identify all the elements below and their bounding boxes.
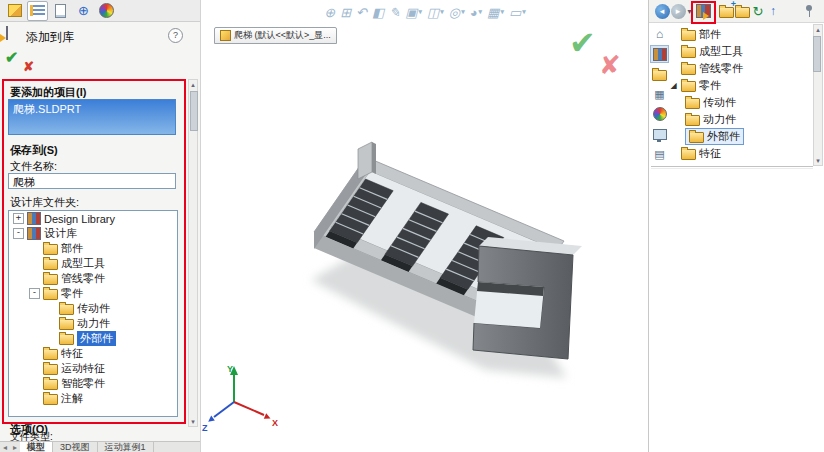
section-view-icon[interactable]: ◧ (372, 5, 384, 20)
add-to-library-button[interactable] (695, 3, 711, 19)
tree-item-dongli[interactable]: 动力件 (9, 316, 177, 331)
display-style-icon[interactable]: ◫▾ (427, 5, 444, 20)
file-explorer-tab[interactable] (650, 65, 669, 83)
monitor-icon (653, 129, 667, 140)
previous-view-icon[interactable]: ↶ (356, 5, 367, 20)
task-pane-tab-strip: ⌂ ▦ ▤ (650, 25, 667, 165)
zoom-area-icon[interactable]: ⊞ (340, 5, 351, 20)
tree-item-shejiku[interactable]: - 设计库 (9, 226, 177, 241)
folder-icon (43, 364, 58, 375)
scroll-down-icon[interactable]: ▾ (816, 156, 820, 165)
up-one-level-button[interactable]: ↑ (765, 3, 781, 19)
tree-item-chengxing[interactable]: 成型工具 (9, 256, 177, 271)
orientation-triad: Y X Z (202, 364, 278, 433)
scroll-down-icon[interactable]: ▾ (191, 417, 195, 426)
configurationmanager-tab[interactable] (50, 1, 71, 21)
tree-item-guanxian[interactable]: 管线零件 (9, 271, 177, 286)
collapse-toggle[interactable]: - (13, 228, 24, 239)
add-file-location-button[interactable]: + (718, 3, 734, 19)
featuremanager-tab[interactable] (4, 1, 25, 21)
add-to-library-icon (696, 4, 711, 18)
graphics-viewport[interactable]: ⊕ ⊞ ↶ ◧ ✎ ▣▾ ◫▾ ◎▾ ◕▾ ▦▾ ▭▾ 爬梯 (默认<<默认>_… (200, 0, 649, 452)
pin-icon (805, 5, 813, 17)
appearances-scenes-tab[interactable] (650, 105, 669, 123)
folder-icon (59, 319, 74, 330)
scroll-thumb[interactable] (813, 36, 821, 72)
ok-button[interactable]: ✔ (5, 48, 18, 67)
folders-label: 设计库文件夹: (10, 195, 79, 210)
triad-z-label: Z (202, 423, 208, 433)
refresh-button[interactable]: ↻ (750, 3, 766, 19)
hide-show-items-icon[interactable]: ◎▾ (449, 5, 465, 20)
help-icon[interactable]: ? (168, 28, 183, 43)
view-orientation-icon[interactable]: ▣▾ (405, 5, 422, 20)
displaymanager-tab[interactable] (96, 1, 117, 21)
tab-motion-study[interactable]: 运动算例1 (98, 442, 154, 452)
expanded-arrow-icon[interactable]: ◢ (669, 81, 678, 90)
manager-tab-bar: ⊕ (0, 0, 200, 22)
scroll-thumb[interactable] (190, 91, 198, 131)
items-to-add-listbox[interactable]: 爬梯.SLDPRT (8, 99, 176, 135)
create-new-folder-button[interactable] (734, 3, 750, 19)
file-explorer-icon (652, 70, 667, 81)
edit-appearance-icon[interactable]: ◕▾ (470, 5, 482, 20)
model-3d[interactable]: Y X Z (201, 22, 649, 452)
built-in-libraries-tab[interactable]: ▤ (650, 145, 669, 163)
triad-x-label: X (272, 418, 278, 428)
tab-3d-views[interactable]: 3D视图 (53, 442, 98, 452)
tab-scroll-left-icon[interactable]: ◂ (0, 443, 10, 452)
zoom-fit-icon[interactable]: ⊕ (324, 5, 335, 20)
tp-item-chuandong[interactable]: 传动件 (669, 94, 811, 111)
tp-item-guanxian[interactable]: 管线零件 (669, 60, 811, 77)
tp-item-chengxing[interactable]: 成型工具 (669, 43, 811, 60)
list-item[interactable]: 爬梯.SLDPRT (9, 100, 175, 119)
scroll-up-icon[interactable]: ▴ (816, 25, 820, 34)
tp-item-tezheng[interactable]: 特征 (669, 145, 811, 162)
viewport-cancel-button[interactable]: ✘ (599, 50, 621, 81)
cancel-button[interactable]: ✘ (23, 59, 34, 74)
library-icon (27, 212, 41, 225)
scroll-up-icon[interactable]: ▴ (191, 80, 195, 89)
filename-input[interactable]: 爬梯 (8, 173, 176, 189)
tp-item-dongli[interactable]: 动力件 (669, 111, 811, 128)
propertymanager-tab[interactable] (27, 1, 48, 21)
tree-item-zhineng[interactable]: 智能零件 (9, 376, 177, 391)
view-palette-tab[interactable]: ▦ (650, 85, 669, 103)
view-settings-icon[interactable]: ▭▾ (509, 5, 526, 20)
folder-icon (685, 115, 700, 126)
tree-item-waibu-selected[interactable]: 外部件 (9, 331, 177, 346)
apply-scene-icon[interactable]: ▦▾ (487, 5, 504, 20)
tree-item-yundong[interactable]: 运动特征 (9, 361, 177, 376)
tp-item-waibu-selected[interactable]: 外部件 (669, 128, 811, 145)
selected-folder[interactable]: 外部件 (685, 128, 744, 145)
propertymanager-icon (30, 5, 45, 16)
panel-scrollbar[interactable]: ▴ ▾ (188, 79, 198, 427)
dimxpertmanager-tab[interactable]: ⊕ (73, 1, 94, 21)
tab-model[interactable]: 模型 (20, 442, 53, 452)
pane-splitter[interactable] (651, 166, 813, 167)
solidworks-resources-tab[interactable]: ⌂ (650, 25, 669, 43)
expand-toggle[interactable]: + (13, 213, 24, 224)
viewport-ok-button[interactable]: ✔ (569, 24, 596, 62)
tree-item-lingjian[interactable]: - 零件 (9, 286, 177, 301)
tab-scroll-right-icon[interactable]: ▸ (10, 443, 20, 452)
design-library-tab[interactable] (650, 45, 669, 63)
tree-item-tezheng[interactable]: 特征 (9, 346, 177, 361)
grid-icon: ▤ (654, 148, 664, 161)
task-pane-tree: 部件 成型工具 管线零件 ◢ 零件 传动件 (669, 26, 811, 162)
back-button[interactable]: ◂ (654, 3, 670, 19)
collapse-toggle[interactable]: - (29, 288, 40, 299)
tree-item-design-library[interactable]: + Design Library (9, 211, 177, 226)
annotation-icon[interactable]: ✎ (389, 5, 400, 20)
tp-item-bujian[interactable]: 部件 (669, 26, 811, 43)
pin-button[interactable] (801, 3, 817, 19)
tree-item-chuandong[interactable]: 传动件 (9, 301, 177, 316)
history-dropdown-icon[interactable]: ▾ (685, 3, 694, 19)
forward-button[interactable]: ▸ (670, 3, 686, 19)
custom-properties-tab[interactable] (650, 125, 669, 143)
tree-item-zhujie[interactable]: 注解 (9, 391, 177, 406)
tree-item-bujian[interactable]: 部件 (9, 241, 177, 256)
tp-item-lingjian[interactable]: ◢ 零件 (669, 77, 811, 94)
folder-icon (59, 304, 74, 315)
appearances-icon (653, 107, 667, 121)
